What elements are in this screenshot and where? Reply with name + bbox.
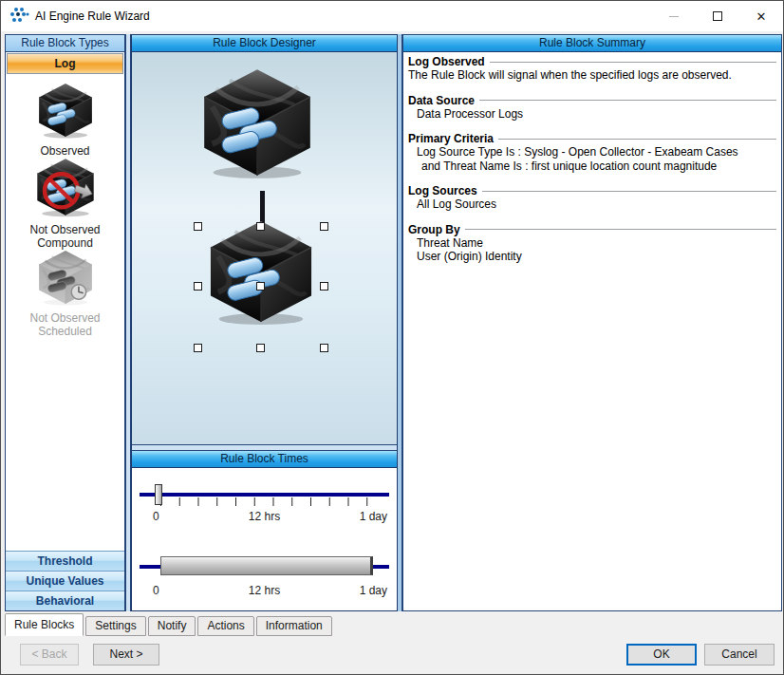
not-observed-scheduled-icon [36,250,95,306]
designer-times-splitter[interactable] [132,444,397,451]
section-line: Data Processor Logs [408,107,776,122]
section-rule [490,62,776,64]
section-line: User (Origin) Identity [408,250,776,264]
summary-section-group-by: Group By Threat Name User (Origin) Ident… [408,223,776,264]
selection-handle-sw[interactable] [194,344,202,352]
slider-thumb[interactable] [155,484,162,505]
maximize-icon [713,11,722,21]
slider-track[interactable] [140,493,389,497]
summary-section-data-source: Data Source Data Processor Logs [408,94,776,122]
slider-labels: 0 12 hrs 1 day [140,584,389,597]
minimize-icon [669,16,679,17]
summary-section-primary-criteria: Primary Criteria Log Source Type Is : Sy… [408,132,776,173]
section-line: Log Source Type Is : Syslog - Open Colle… [408,145,776,159]
type-category-buttons: Threshold Unique Values Behavioral [6,551,124,610]
selection-handle-w[interactable] [194,282,202,291]
tab-settings[interactable]: Settings [85,616,145,636]
rule-type-not-observed-scheduled-label: Not Observed Scheduled [6,311,124,338]
selection-handle-se[interactable] [320,344,328,352]
section-rule [465,229,776,231]
section-title: Primary Criteria [408,132,494,145]
section-rule [498,139,776,141]
rule-type-not-observed-compound-label: Not Observed Compound [6,223,124,250]
rule-block-types-panel: Rule Block Types Log Observed [5,34,125,611]
maximize-button[interactable] [696,1,739,31]
rule-block-types-header: Rule Block Types [6,35,124,52]
section-line: The Rule Block will signal when the spec… [408,68,776,83]
ai-engine-rule-wizard-window: AI Engine Rule Wizard ✕ Rule Block Types… [0,0,784,675]
rule-block-times-panel: 0 12 hrs 1 day 0 12 hrs 1 day [132,468,397,610]
rule-type-observed[interactable] [16,83,115,139]
cancel-button[interactable]: Cancel [704,644,775,666]
time-slider-point: 0 12 hrs 1 day [132,478,397,536]
tab-notify[interactable]: Notify [148,616,196,636]
tab-information[interactable]: Information [256,616,332,636]
selection-handle-ne[interactable] [320,222,328,231]
section-title: Group By [408,223,460,236]
threshold-category-button[interactable]: Threshold [6,551,124,571]
unique-values-category-button[interactable]: Unique Values [6,571,124,591]
time-slider-range: 0 12 hrs 1 day [132,548,397,607]
selection-handle-c[interactable] [256,282,265,291]
designer-cube-top[interactable] [198,67,316,179]
rule-type-observed-label: Observed [6,144,124,158]
wizard-tabstrip: Rule Blocks Settings Notify Actions Info… [5,613,334,636]
tick-label-zero: 0 [153,584,159,597]
tick-label-12hrs: 12 hrs [249,584,280,597]
rule-block-times-header: Rule Block Times [132,451,397,468]
section-rule [482,191,776,193]
rule-block-designer-panel: Rule Block Designer Rul [131,34,398,611]
selection-handle-s[interactable] [256,344,265,352]
behavioral-category-button[interactable]: Behavioral [6,591,124,610]
summary-body: Log Observed The Rule Block will signal … [403,52,781,610]
designer-canvas[interactable] [132,52,397,444]
tick-label-1day: 1 day [360,584,387,597]
section-title: Log Observed [408,55,485,68]
summary-section-log-observed: Log Observed The Rule Block will signal … [408,55,776,83]
slider-ticks [160,497,382,506]
summary-section-log-sources: Log Sources All Log Sources [408,184,776,212]
designer-cube-selected[interactable] [205,219,317,326]
minimize-button[interactable] [652,1,696,31]
close-icon: ✕ [756,10,767,23]
close-button[interactable]: ✕ [739,1,783,31]
selection-handle-n[interactable] [256,222,265,231]
tab-rule-blocks[interactable]: Rule Blocks [5,613,84,636]
selection-handle-e[interactable] [320,282,328,291]
rule-type-not-observed-compound[interactable] [16,158,115,217]
back-button[interactable]: < Back [20,644,79,666]
title-bar: AI Engine Rule Wizard ✕ [1,1,783,31]
rule-block-designer-header: Rule Block Designer [132,35,397,52]
not-observed-compound-icon [34,158,97,217]
section-rule [479,100,776,102]
next-button[interactable]: Next > [93,644,159,666]
section-line: and Threat Name Is : first unique locati… [408,159,776,174]
tab-actions[interactable]: Actions [197,616,253,636]
section-title: Log Sources [408,184,477,197]
rule-type-not-observed-scheduled [16,250,115,306]
observed-cube-icon [36,83,95,139]
wizard-body: Rule Block Types Log Observed [5,34,782,611]
ok-button[interactable]: OK [626,644,697,666]
slider-labels: 0 12 hrs 1 day [140,510,389,523]
rule-block-summary-panel: Rule Block Summary Log Observed The Rule… [402,34,782,611]
rule-block-summary-header: Rule Block Summary [403,35,781,52]
tick-label-1day: 1 day [360,510,387,523]
section-title: Data Source [408,94,475,107]
tick-label-12hrs: 12 hrs [249,510,280,523]
log-type-tab[interactable]: Log [7,53,123,74]
app-logo-icon [9,6,29,27]
rule-type-list: Observed Not Observed Compound [6,75,124,551]
section-line: All Log Sources [408,197,776,212]
range-slider-bar[interactable] [160,556,373,575]
section-line: Threat Name [408,236,776,251]
selection-handle-nw[interactable] [194,222,202,231]
window-title: AI Engine Rule Wizard [35,9,652,23]
tick-label-zero: 0 [153,510,159,523]
